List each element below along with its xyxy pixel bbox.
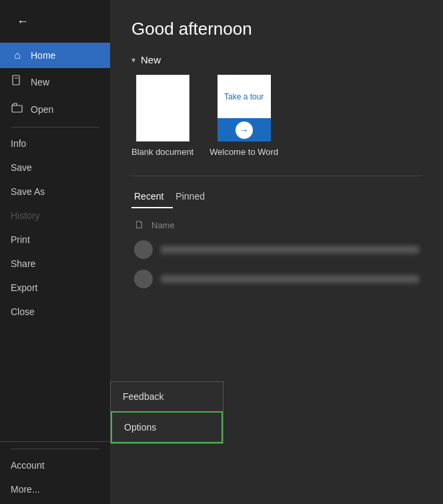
sidebar-item-info-label: Info [11, 138, 26, 149]
feedback-button[interactable]: Feedback [111, 382, 223, 411]
back-button[interactable]: ← [9, 8, 36, 35]
sidebar: ← ⌂ Home New Open [0, 0, 110, 504]
sidebar-nav: ⌂ Home New Open Info [0, 43, 110, 441]
word-tour-thumb: Take a tour → [217, 75, 271, 142]
sidebar-item-save-as[interactable]: Save As [0, 180, 110, 204]
blank-doc-thumb [136, 75, 189, 142]
sidebar-item-new[interactable]: New [0, 68, 110, 96]
sidebar-item-save[interactable]: Save [0, 156, 110, 180]
svg-rect-2 [12, 105, 22, 112]
blank-doc-label: Blank document [131, 147, 193, 157]
nav-divider-1 [11, 127, 99, 128]
recent-row[interactable] [131, 235, 422, 264]
chevron-down-icon: ▾ [131, 55, 135, 65]
sidebar-item-close-label: Close [11, 306, 35, 317]
avatar [134, 240, 153, 259]
templates-row: Blank document Take a tour → Welcome to … [131, 75, 422, 157]
template-blank[interactable]: Blank document [131, 75, 193, 157]
file-header-icon: 🗋 [134, 219, 145, 231]
sidebar-item-share[interactable]: Share [0, 252, 110, 276]
nav-divider-bottom [11, 449, 99, 449]
template-word-tour[interactable]: Take a tour → Welcome to Word [209, 75, 278, 157]
sidebar-item-save-as-label: Save As [11, 186, 45, 197]
home-icon: ⌂ [11, 49, 24, 61]
tour-arrow-icon: → [236, 121, 253, 139]
sidebar-item-home-label: Home [31, 50, 55, 61]
tab-pinned[interactable]: Pinned [173, 187, 214, 208]
sidebar-item-print-label: Print [11, 234, 30, 245]
sidebar-item-new-label: New [31, 77, 49, 87]
sidebar-item-more-label: More... [11, 484, 40, 495]
sidebar-item-history-label: History [11, 210, 40, 221]
sidebar-item-account[interactable]: Account [0, 453, 110, 477]
sidebar-item-open[interactable]: Open [0, 96, 110, 123]
sidebar-item-open-label: Open [31, 104, 53, 115]
sidebar-item-print[interactable]: Print [0, 228, 110, 252]
sidebar-item-save-label: Save [11, 162, 32, 173]
tour-bottom: → [217, 118, 271, 142]
sidebar-item-more[interactable]: More... [0, 477, 110, 501]
sidebar-item-home[interactable]: ⌂ Home [0, 43, 110, 68]
recent-file-name [161, 275, 419, 283]
svg-rect-0 [13, 75, 19, 85]
feedback-popup: Feedback Options [110, 381, 224, 444]
sidebar-bottom: Account More... [0, 441, 110, 504]
name-column-header: Name [151, 220, 175, 230]
recent-row[interactable] [131, 264, 422, 294]
tour-top: Take a tour [217, 75, 271, 118]
new-section-label: New [141, 54, 161, 65]
recent-section-divider [131, 176, 422, 176]
open-icon [11, 103, 24, 116]
new-doc-icon [11, 75, 24, 89]
tabs-row: Recent Pinned [131, 187, 422, 208]
recent-file-name [161, 246, 419, 254]
sidebar-item-close[interactable]: Close [0, 300, 110, 324]
avatar [134, 270, 153, 288]
new-section-header: ▾ New [131, 54, 422, 65]
greeting-title: Good afternoon [131, 19, 422, 39]
sidebar-item-account-label: Account [11, 460, 45, 471]
options-button[interactable]: Options [111, 411, 223, 443]
sidebar-item-history: History [0, 204, 110, 228]
sidebar-item-info[interactable]: Info [0, 132, 110, 156]
sidebar-item-share-label: Share [11, 258, 35, 269]
tab-recent[interactable]: Recent [131, 187, 173, 208]
sidebar-item-export-label: Export [11, 282, 37, 293]
recent-list-header: 🗋 Name [131, 216, 422, 235]
sidebar-item-export[interactable]: Export [0, 276, 110, 300]
word-tour-label: Welcome to Word [209, 147, 278, 157]
